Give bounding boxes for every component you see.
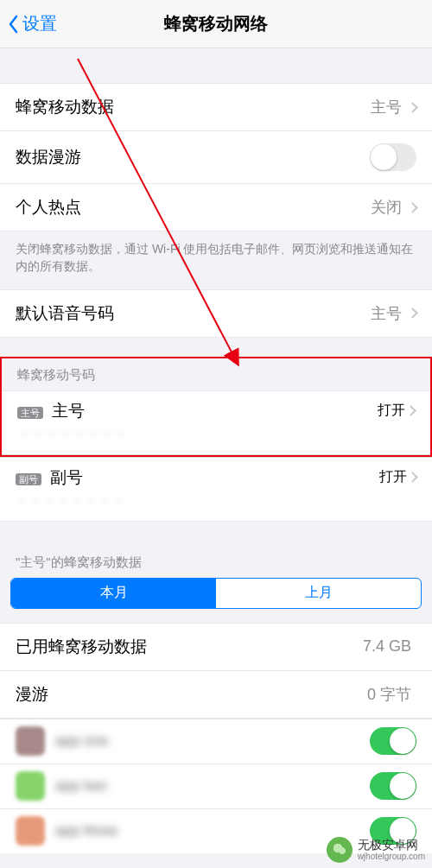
app-name: app two bbox=[55, 777, 370, 795]
watermark: 无极安卓网 wjhotelgroup.com bbox=[327, 837, 425, 863]
value: 主号 bbox=[371, 303, 402, 324]
app-icon bbox=[16, 816, 45, 846]
row-default-voice[interactable]: 默认语音号码 主号 bbox=[0, 289, 432, 338]
sim-status: 打开 bbox=[379, 468, 407, 486]
back-label: 设置 bbox=[22, 12, 57, 35]
value: 7.4 GB bbox=[363, 637, 411, 656]
label: 蜂窝移动数据 bbox=[16, 96, 114, 118]
app-row: app one bbox=[0, 719, 432, 763]
back-button[interactable]: 设置 bbox=[7, 12, 57, 35]
row-used-data: 已用蜂窝移动数据 7.4 GB bbox=[0, 623, 432, 670]
watermark-logo-icon bbox=[327, 837, 353, 863]
chevron-left-icon bbox=[7, 14, 19, 35]
toggle-data-roaming[interactable] bbox=[370, 143, 416, 171]
sim-detail: ・・・・・・・・ bbox=[16, 492, 416, 510]
row-sim-primary[interactable]: 主号 主号 打开 ・・・・・・・・ bbox=[2, 390, 430, 455]
segmented-period: 本月 上月 bbox=[10, 578, 422, 609]
toggle-app-data[interactable] bbox=[370, 772, 416, 800]
watermark-name: 无极安卓网 bbox=[358, 839, 425, 852]
chevron-right-icon bbox=[405, 405, 416, 416]
highlight-box: 蜂窝移动号码 主号 主号 打开 ・・・・・・・・ bbox=[0, 357, 432, 457]
label: 数据漫游 bbox=[16, 146, 81, 168]
app-list: app oneapp twoapp three bbox=[0, 719, 432, 853]
group-network: 蜂窝移动数据 主号 数据漫游 个人热点 关闭 bbox=[0, 83, 432, 231]
row-data-roaming: 数据漫游 bbox=[0, 130, 432, 183]
tab-this-month[interactable]: 本月 bbox=[11, 579, 216, 608]
page-title: 蜂窝移动网络 bbox=[164, 12, 268, 35]
row-sim-secondary[interactable]: 副号 副号 打开 ・・・・・・・・ bbox=[0, 457, 432, 522]
value: 关闭 bbox=[371, 197, 402, 218]
tab-last-month[interactable]: 上月 bbox=[216, 579, 421, 608]
row-hotspot[interactable]: 个人热点 关闭 bbox=[0, 183, 432, 231]
value: 主号 bbox=[371, 97, 402, 117]
value: 0 字节 bbox=[367, 684, 411, 705]
row-roaming-data: 漫游 0 字节 bbox=[0, 670, 432, 719]
chevron-right-icon bbox=[407, 307, 418, 319]
label: 个人热点 bbox=[16, 196, 81, 219]
sim-detail: ・・・・・・・・ bbox=[17, 426, 415, 444]
sim-name: 副号 bbox=[50, 468, 83, 486]
chevron-right-icon bbox=[407, 472, 418, 483]
sim-tag: 副号 bbox=[16, 473, 41, 485]
chevron-right-icon bbox=[407, 102, 418, 113]
section-header-usage: "主号"的蜂窝移动数据 bbox=[0, 542, 432, 578]
app-name: app three bbox=[55, 822, 370, 839]
toggle-app-data[interactable] bbox=[370, 727, 416, 755]
label: 已用蜂窝移动数据 bbox=[16, 636, 147, 658]
navbar: 设置 蜂窝移动网络 bbox=[0, 0, 432, 48]
app-row: app two bbox=[0, 763, 432, 808]
sim-status: 打开 bbox=[378, 402, 405, 420]
app-name: app one bbox=[55, 732, 370, 750]
app-icon bbox=[16, 726, 45, 756]
chevron-right-icon bbox=[407, 202, 418, 213]
label: 默认语音号码 bbox=[16, 302, 114, 325]
sim-name: 主号 bbox=[52, 402, 85, 420]
group-footer-note: 关闭蜂窝移动数据，通过 Wi-Fi 使用包括电子邮件、网页浏览和推送通知在内的所… bbox=[0, 231, 432, 289]
sim-tag: 主号 bbox=[17, 407, 43, 419]
watermark-sub: wjhotelgroup.com bbox=[358, 852, 425, 861]
app-icon bbox=[16, 771, 45, 801]
row-cellular-data[interactable]: 蜂窝移动数据 主号 bbox=[0, 83, 432, 130]
section-header-numbers: 蜂窝移动号码 bbox=[2, 358, 430, 390]
label: 漫游 bbox=[16, 683, 48, 706]
